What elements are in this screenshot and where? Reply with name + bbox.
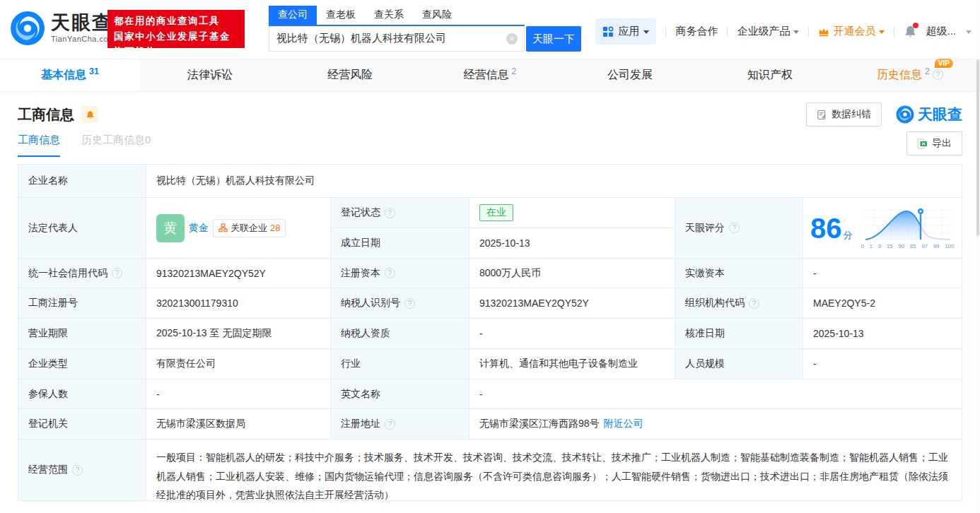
chevron-down-icon[interactable] <box>966 30 972 34</box>
tab-operation-risk[interactable]: 经营风险 <box>280 59 420 91</box>
chevron-down-icon <box>879 30 885 34</box>
help-icon[interactable]: ? <box>72 465 83 476</box>
scrollbar[interactable] <box>976 0 979 513</box>
top-header: 天眼查 TianYanCha.com 都在用的商业查询工具 国家中小企业发展子基… <box>0 0 980 59</box>
search-tab-company[interactable]: 查公司 <box>269 6 317 25</box>
value-paid-capital: - <box>803 259 962 288</box>
search-tab-risk[interactable]: 查风险 <box>413 6 461 25</box>
label-industry: 行业 <box>331 349 469 379</box>
document-edit-icon <box>817 110 827 120</box>
value-company-type: 有限责任公司 <box>146 349 330 379</box>
value-taxpayer-id: 91320213MAEY2QY52Y <box>469 288 675 318</box>
label-taxpayer-quality: 纳税人资质 <box>331 319 469 348</box>
related-count: 28 <box>270 223 280 233</box>
related-companies-badge[interactable]: 关联企业 28 <box>213 219 286 237</box>
search-input[interactable] <box>269 26 525 52</box>
help-icon[interactable]: ? <box>749 298 759 309</box>
nav-super-vip[interactable]: 超级... <box>926 25 956 38</box>
tianyancha-page: 天眼查 TianYanCha.com 都在用的商业查询工具 国家中小企业发展子基… <box>0 0 980 513</box>
org-chart-icon <box>218 223 228 232</box>
divider <box>665 27 666 37</box>
label-approval-date: 核准日期 <box>675 319 803 348</box>
enterprise-label: 企业级产品 <box>737 25 790 38</box>
help-icon[interactable]: ? <box>404 298 415 309</box>
label-reg-address: 注册地址? <box>331 409 469 439</box>
help-icon[interactable]: ? <box>385 268 395 278</box>
data-correction-button[interactable]: 数据纠错 <box>806 102 882 126</box>
divider <box>808 27 809 37</box>
apps-grid-icon <box>602 26 614 37</box>
tab-basic-info[interactable]: 基本信息 31 <box>0 59 140 91</box>
tab-intellectual-property[interactable]: 知识产权 <box>700 59 840 91</box>
label-paid-capital: 实缴资本 <box>675 259 803 288</box>
subtab-business-info[interactable]: 工商信息 <box>18 134 60 157</box>
value-establish-date: 2025-10-13 <box>469 228 675 258</box>
label-score: 天眼评分? <box>675 198 803 258</box>
label-insured-count: 参保人数 <box>18 379 146 408</box>
notification-bell[interactable] <box>904 25 917 38</box>
score-unit: 分 <box>844 229 853 242</box>
tab-label: 历史信息 <box>877 68 922 83</box>
search-tab-relation[interactable]: 查关系 <box>365 6 413 25</box>
nav-enterprise-products[interactable]: 企业级产品 <box>737 25 799 38</box>
tab-legal-litigation[interactable]: 法律诉讼 <box>140 59 280 91</box>
search-button[interactable]: 天眼一下 <box>526 26 581 52</box>
crown-icon <box>818 27 829 37</box>
help-icon[interactable]: ? <box>112 268 122 278</box>
help-icon[interactable]: ? <box>385 419 395 430</box>
tab-count: 31 <box>89 66 99 76</box>
label-credit-code: 统一社会信用代码? <box>18 259 146 288</box>
score-axis: 0131550859799100 <box>861 243 955 249</box>
clear-icon[interactable]: × <box>506 33 518 45</box>
value-business-scope: 一般项目：智能机器人的研发；科技中介服务；技术服务、技术开发、技术咨询、技术交流… <box>146 440 962 500</box>
search-tab-boss[interactable]: 查老板 <box>317 6 365 25</box>
scrollbar-thumb[interactable] <box>976 59 979 236</box>
score-distribution-chart: 0131550859799100 <box>861 207 955 249</box>
help-icon[interactable]: ? <box>385 208 395 218</box>
company-section-tabs: 基本信息 31 法律诉讼 经营风险 经营信息 2 公司发展 知识产权 历史信息 … <box>0 59 980 92</box>
subtab-history-business-info[interactable]: 历史工商信息0 <box>81 134 151 157</box>
chevron-down-icon <box>793 30 799 34</box>
open-vip-label: 开通会员 <box>833 25 875 38</box>
logo-brand: 天眼查 <box>51 13 115 33</box>
apps-menu-button[interactable]: 应用 <box>595 18 656 45</box>
tab-operation-info[interactable]: 经营信息 2 <box>420 59 560 91</box>
export-label: 导出 <box>932 137 952 150</box>
business-info-table: 企业名称 视比特（无锡）机器人科技有限公司 法定代表人 黄 黄金 <box>18 164 962 501</box>
apps-label: 应用 <box>618 25 639 38</box>
label-company-type: 企业类型 <box>18 349 146 379</box>
site-logo[interactable]: 天眼查 TianYanCha.com <box>10 11 115 46</box>
tab-label: 经营风险 <box>327 68 373 83</box>
nav-business-cooperation[interactable]: 商务合作 <box>675 25 718 38</box>
top-nav: 应用 商务合作 企业级产品 开通会员 <box>595 18 972 45</box>
tab-company-development[interactable]: 公司发展 <box>560 59 700 91</box>
tab-label: 知识产权 <box>747 68 793 83</box>
search-tabs: 查公司 查老板 查关系 查风险 <box>269 6 525 26</box>
banner-line2: 国家中小企业发展子基金旗下机构 <box>114 29 238 59</box>
chevron-down-icon <box>643 30 649 34</box>
value-taxpayer-quality: - <box>469 319 675 348</box>
label-reg-capital: 注册资本? <box>331 259 469 288</box>
monitor-bell-icon[interactable] <box>81 106 98 123</box>
excel-icon <box>917 138 928 149</box>
label-reg-authority: 登记机关 <box>18 409 146 439</box>
divider <box>894 27 894 37</box>
value-legal-rep: 黄 黄金 关联企业 28 <box>146 198 330 258</box>
value-insured-count: - <box>146 379 330 408</box>
subtab-row: 工商信息 历史工商信息0 导出 <box>18 130 962 157</box>
export-button[interactable]: 导出 <box>906 131 962 155</box>
divider <box>727 27 728 37</box>
legal-rep-name-link[interactable]: 黄金 <box>189 222 209 235</box>
legal-rep-avatar[interactable]: 黄 <box>156 214 185 242</box>
help-icon[interactable]: ? <box>933 69 943 80</box>
nearby-companies-link[interactable]: 附近公司 <box>604 418 643 430</box>
label-reg-number: 工商注册号 <box>18 288 146 318</box>
tab-history-info[interactable]: 历史信息 2 ? VIP <box>840 59 980 91</box>
help-icon[interactable]: ? <box>729 223 740 233</box>
label-establish-date: 成立日期 <box>331 228 469 258</box>
nav-open-vip[interactable]: 开通会员 <box>818 25 885 38</box>
tab-label: 基本信息 <box>41 68 86 83</box>
tianyancha-swirl-icon <box>896 105 914 124</box>
label-business-scope: 经营范围? <box>18 440 146 500</box>
status-badge: 在业 <box>479 204 513 221</box>
